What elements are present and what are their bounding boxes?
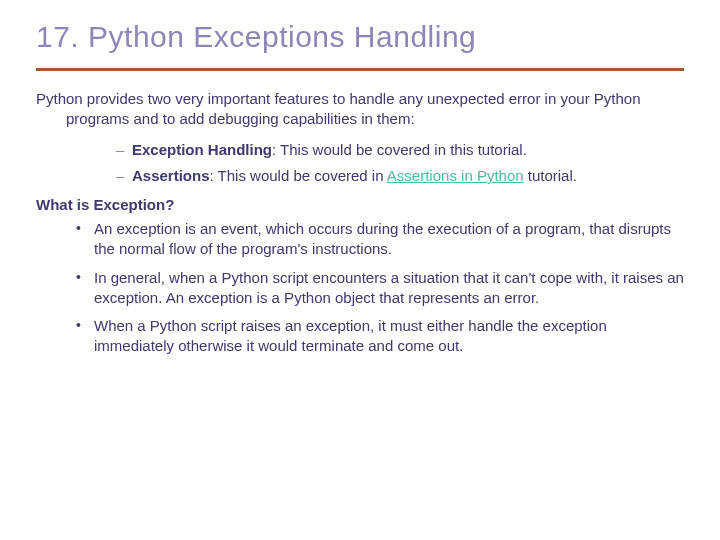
- intro-paragraph: Python provides two very important featu…: [36, 89, 684, 130]
- sublist-text: : This would be covered in: [210, 167, 387, 184]
- sublist-text: : This would be covered in this tutorial…: [272, 141, 527, 158]
- assertions-link[interactable]: Assertions in Python: [387, 167, 524, 184]
- sublist-item-assertions: Assertions: This would be covered in Ass…: [116, 166, 684, 186]
- sublist-item-exception-handling: Exception Handling: This would be covere…: [116, 140, 684, 160]
- bullet-item: In general, when a Python script encount…: [76, 268, 684, 309]
- feature-sublist: Exception Handling: This would be covere…: [116, 140, 684, 187]
- title-divider: [36, 68, 684, 71]
- bullet-item: When a Python script raises an exception…: [76, 316, 684, 357]
- section-heading: What is Exception?: [36, 196, 684, 213]
- bullet-list: An exception is an event, which occurs d…: [76, 219, 684, 357]
- bullet-item: An exception is an event, which occurs d…: [76, 219, 684, 260]
- sublist-bold-label: Exception Handling: [132, 141, 272, 158]
- slide-title: 17. Python Exceptions Handling: [36, 20, 684, 54]
- sublist-bold-label: Assertions: [132, 167, 210, 184]
- sublist-text: tutorial.: [524, 167, 577, 184]
